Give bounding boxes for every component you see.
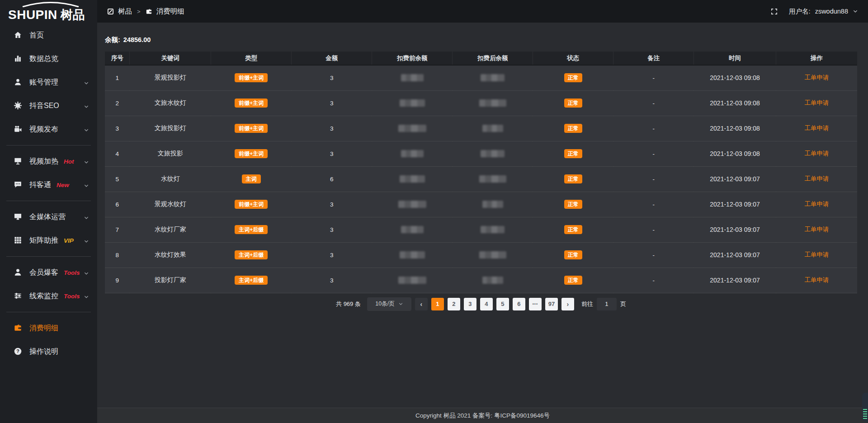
breadcrumb-root[interactable]: 树品 xyxy=(118,7,132,16)
home-icon xyxy=(14,31,23,40)
amount-cell: 3 xyxy=(292,90,372,116)
next-page-button[interactable]: › xyxy=(561,298,574,310)
work-order-link[interactable]: 工单申请 xyxy=(804,74,829,81)
work-order-link[interactable]: 工单申请 xyxy=(804,99,829,106)
amount-cell: 3 xyxy=(292,116,372,141)
table-header-row: 序号关键词类型金额扣费前余额扣费后余额状态备注时间操作 xyxy=(105,52,857,65)
consumption-table: 序号关键词类型金额扣费前余额扣费后余额状态备注时间操作 1景观投影灯前缀+主词3… xyxy=(105,52,857,293)
page-button-2[interactable]: 2 xyxy=(448,298,460,310)
action-cell: 工单申请 xyxy=(776,90,857,116)
remark-cell: - xyxy=(613,192,694,217)
page-button-1[interactable]: 1 xyxy=(431,298,444,310)
page-button-6[interactable]: 6 xyxy=(513,298,525,310)
user-area: 用户名: zswodun88 xyxy=(770,7,858,16)
remark-cell: - xyxy=(613,268,694,293)
masked-value xyxy=(479,99,506,107)
status-cell: 正常 xyxy=(533,65,613,90)
page-button-5[interactable]: 5 xyxy=(496,298,509,310)
page-button-97[interactable]: 97 xyxy=(545,298,558,310)
sidebar-item-label: 抖音SEO xyxy=(29,101,59,111)
sidebar-item-badge: Tools xyxy=(64,293,80,300)
user-icon xyxy=(14,78,23,87)
masked-value xyxy=(482,277,503,284)
type-badge: 前缀+主词 xyxy=(235,149,268,158)
sidebar-divider xyxy=(6,256,91,257)
status-cell: 正常 xyxy=(533,116,613,141)
gear-icon xyxy=(14,101,23,110)
sidebar-item-wallet[interactable]: 消费明细 xyxy=(0,316,97,340)
page-size-value: 10条/页 xyxy=(375,300,394,308)
balance-after-cell xyxy=(453,65,533,90)
work-order-link[interactable]: 工单申请 xyxy=(804,175,829,182)
table-row: 1景观投影灯前缀+主词3正常-2021-12-03 09:08工单申请 xyxy=(105,65,857,90)
amount-cell: 3 xyxy=(292,65,372,90)
sidebar-item-label: 矩阵助推 xyxy=(29,236,58,245)
type-badge: 主词+后缀 xyxy=(235,250,268,259)
table-row: 6景观水纹灯前缀+主词3正常-2021-12-03 09:07工单申请 xyxy=(105,192,857,217)
work-order-link[interactable]: 工单申请 xyxy=(804,125,829,132)
username-value[interactable]: zswodun88 xyxy=(815,8,848,15)
balance-after-cell xyxy=(453,116,533,141)
keyword-cell: 水纹灯 xyxy=(130,166,211,192)
balance-before-cell xyxy=(372,268,453,293)
sidebar-item-screen[interactable]: 视频加热Hot xyxy=(0,150,97,173)
goto-page-input[interactable] xyxy=(597,298,617,310)
keyword-cell: 投影灯厂家 xyxy=(130,268,211,293)
row-index: 5 xyxy=(105,166,130,192)
brand-logo[interactable]: SHUPIN树品 xyxy=(0,0,97,24)
sidebar-item-badge: VIP xyxy=(64,237,74,244)
sidebar-item-sliders[interactable]: 线索监控Tools xyxy=(0,284,97,308)
fullscreen-icon[interactable] xyxy=(770,8,778,15)
type-badge: 前缀+主词 xyxy=(235,124,268,133)
type-cell: 前缀+主词 xyxy=(211,116,292,141)
sidebar-item-label: 全媒体运营 xyxy=(29,212,66,222)
balance-after-cell xyxy=(453,192,533,217)
page-button-3[interactable]: 3 xyxy=(464,298,476,310)
sidebar-item-video-camera[interactable]: 视频发布 xyxy=(0,118,97,141)
sidebar-item-question[interactable]: ?操作说明 xyxy=(0,340,97,363)
column-header: 金额 xyxy=(292,52,372,65)
sidebar-item-user[interactable]: 账号管理 xyxy=(0,70,97,94)
action-cell: 工单申请 xyxy=(776,217,857,242)
sidebar-item-member[interactable]: 会员爆客Tools xyxy=(0,261,97,284)
sidebar-item-bar-chart[interactable]: 数据总览 xyxy=(0,47,97,70)
sidebar-item-monitor[interactable]: 全媒体运营 xyxy=(0,205,97,229)
corner-widget[interactable] xyxy=(862,393,868,422)
work-order-link[interactable]: 工单申请 xyxy=(804,251,829,258)
masked-value xyxy=(400,99,425,107)
wallet-icon xyxy=(14,324,23,333)
action-cell: 工单申请 xyxy=(776,65,857,90)
sidebar-item-home[interactable]: 首页 xyxy=(0,24,97,47)
work-order-link[interactable]: 工单申请 xyxy=(804,226,829,233)
type-cell: 主词+后缀 xyxy=(211,242,292,268)
time-cell: 2021-12-03 09:07 xyxy=(694,217,776,242)
prev-page-button[interactable]: ‹ xyxy=(415,298,428,310)
page-size-select[interactable]: 10条/页 xyxy=(367,297,411,311)
time-cell: 2021-12-03 09:08 xyxy=(694,90,776,116)
keyword-cell: 文旅投影灯 xyxy=(130,116,211,141)
masked-value xyxy=(481,226,505,233)
work-order-link[interactable]: 工单申请 xyxy=(804,201,829,207)
chevron-down-icon[interactable] xyxy=(853,9,858,14)
sidebar-item-grid[interactable]: 矩阵助推VIP xyxy=(0,229,97,252)
column-header: 操作 xyxy=(776,52,857,65)
masked-value xyxy=(398,277,426,284)
type-cell: 前缀+主词 xyxy=(211,90,292,116)
work-order-link[interactable]: 工单申请 xyxy=(804,150,829,157)
time-cell: 2021-12-03 09:07 xyxy=(694,242,776,268)
action-cell: 工单申请 xyxy=(776,242,857,268)
status-cell: 正常 xyxy=(533,192,613,217)
time-cell: 2021-12-03 09:07 xyxy=(694,192,776,217)
chevron-down-icon xyxy=(398,301,403,306)
table-row: 5水纹灯主词6正常-2021-12-03 09:07工单申请 xyxy=(105,166,857,192)
page-button-4[interactable]: 4 xyxy=(480,298,493,310)
brand-logo-text: SHUPIN xyxy=(8,8,57,22)
sidebar-item-comment[interactable]: 抖客通New xyxy=(0,173,97,197)
type-badge: 前缀+主词 xyxy=(235,73,268,82)
time-cell: 2021-12-03 09:08 xyxy=(694,141,776,166)
page-ellipsis-button[interactable]: ••• xyxy=(529,298,542,310)
sidebar-item-label: 会员爆客 xyxy=(29,268,58,277)
work-order-link[interactable]: 工单申请 xyxy=(804,277,829,283)
type-cell: 前缀+主词 xyxy=(211,141,292,166)
sidebar-item-gear[interactable]: 抖音SEO xyxy=(0,94,97,118)
